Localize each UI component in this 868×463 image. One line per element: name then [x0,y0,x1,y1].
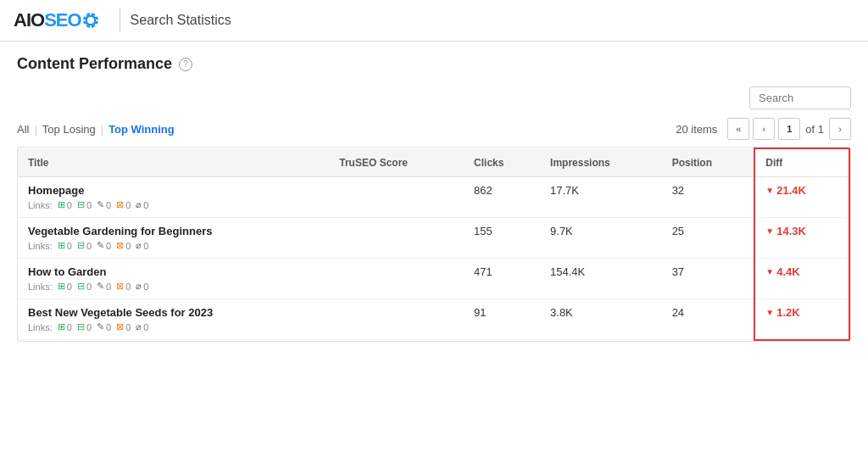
edit-icon: ✎ [97,240,104,251]
svg-rect-5 [96,20,98,21]
app-logo: AIOSEO [14,9,99,31]
table-header-row: Title TruSEO Score Clicks Impressions Po… [18,148,849,177]
cell-impressions: 17.7K [540,177,662,218]
cart-icon: ⊠ [116,281,124,292]
link-count: 0 [67,241,72,251]
link-item-check: ⊟0 [77,240,92,251]
link-count: 0 [106,241,111,251]
link-item-add: ⊞0 [58,199,72,210]
cell-diff: ▼ 4.4K [754,259,849,299]
link-count: 0 [125,200,131,210]
link-item-check: ⊟0 [77,281,92,292]
link-count: 0 [125,241,131,251]
cell-clicks: 91 [464,299,540,340]
section-title: Content Performance [17,55,172,73]
link-count: 0 [143,322,148,332]
cell-title: Best New Vegetable Seeds for 2023Links:⊞… [18,299,329,340]
diff-value: ▼ 1.2K [765,306,838,319]
link-count: 0 [86,282,92,292]
link-item-edit: ✎0 [97,281,111,292]
cell-diff: ▼ 14.3K [754,218,849,259]
help-icon[interactable]: ? [179,58,192,71]
content-table: Title TruSEO Score Clicks Impressions Po… [17,147,851,342]
cart-icon: ⊠ [116,321,124,332]
cell-truseo [329,259,464,299]
link-count: 0 [125,282,131,292]
col-header-position: Position [662,148,755,177]
filter-tab-all[interactable]: All [17,123,29,136]
link-count: 0 [106,322,111,332]
link-count: 0 [125,322,131,332]
links-label: Links: [28,282,53,292]
cell-diff: ▼ 21.4K [754,177,849,218]
link-count: 0 [143,241,148,251]
cell-truseo [329,177,464,218]
link-count: 0 [86,241,92,251]
link-item-add: ⊞0 [58,240,72,251]
search-input[interactable] [749,86,851,109]
col-header-title: Title [18,148,329,177]
add-icon: ⊞ [58,240,65,251]
header-title: Search Statistics [131,13,231,28]
link-icon: ⌀ [136,321,142,332]
link-icon: ⌀ [136,281,142,292]
cell-position: 25 [662,218,755,259]
page-next-button[interactable]: › [829,118,851,140]
links-label: Links: [28,322,53,332]
link-count: 0 [106,200,111,210]
link-icon: ⌀ [136,199,142,210]
items-count: 20 items [676,123,717,136]
filter-tab-top-winning[interactable]: Top Winning [108,123,175,136]
cell-clicks: 471 [464,259,540,299]
page-current-button[interactable]: 1 [778,118,800,140]
page-first-button[interactable]: « [727,118,749,140]
link-item-link: ⌀0 [136,321,148,332]
link-item-cart: ⊠0 [116,281,131,292]
link-icon: ⌀ [136,240,142,251]
filter-sep-2: | [101,123,103,136]
cell-clicks: 155 [464,218,540,259]
edit-icon: ✎ [97,199,104,210]
page-content: Content Performance ? All | Top Losing |… [0,42,868,355]
check-icon: ⊟ [77,281,85,292]
filter-tab-top-losing[interactable]: Top Losing [42,123,96,136]
link-item-link: ⌀0 [136,240,148,251]
filter-sep-1: | [34,123,36,136]
link-item-edit: ✎0 [97,240,111,251]
table-row: Best New Vegetable Seeds for 2023Links:⊞… [18,299,849,340]
cell-diff: ▼ 1.2K [754,299,849,340]
check-icon: ⊟ [77,199,85,210]
link-item-add: ⊞0 [58,281,72,292]
link-count: 0 [86,200,92,210]
logo-aio: AIO [14,9,44,31]
cell-impressions: 9.7K [540,218,662,259]
link-item-edit: ✎0 [97,321,111,332]
filters-row: All | Top Losing | Top Winning 20 items … [17,118,851,140]
cell-title: How to GardenLinks:⊞0⊟0✎0⊠0⌀0 [18,259,329,299]
check-icon: ⊟ [77,240,85,251]
cell-position: 24 [662,299,755,340]
link-item-cart: ⊠0 [116,240,131,251]
add-icon: ⊞ [58,321,65,332]
link-item-cart: ⊠0 [116,321,131,332]
cell-impressions: 3.8K [540,299,662,340]
cart-icon: ⊠ [116,240,124,251]
section-title-row: Content Performance ? [17,55,851,73]
table-row: HomepageLinks:⊞0⊟0✎0⊠0⌀086217.7K32▼ 21.4… [18,177,849,218]
row-title-text: Best New Vegetable Seeds for 2023 [28,306,319,319]
add-icon: ⊞ [58,281,65,292]
col-header-truseo: TruSEO Score [329,148,464,177]
link-count: 0 [143,200,148,210]
page-prev-button[interactable]: ‹ [753,118,775,140]
link-item-link: ⌀0 [136,281,148,292]
table-row: Vegetable Gardening for BeginnersLinks:⊞… [18,218,849,259]
diff-arrow-icon: ▼ [765,226,774,236]
link-count: 0 [86,322,92,332]
col-header-diff: Diff [754,148,849,177]
row-links: Links:⊞0⊟0✎0⊠0⌀0 [28,240,319,251]
check-icon: ⊟ [77,321,85,332]
edit-icon: ✎ [97,281,104,292]
diff-arrow-icon: ▼ [765,308,774,317]
link-count: 0 [67,322,72,332]
pagination: 20 items « ‹ 1 of 1 › [676,118,851,140]
